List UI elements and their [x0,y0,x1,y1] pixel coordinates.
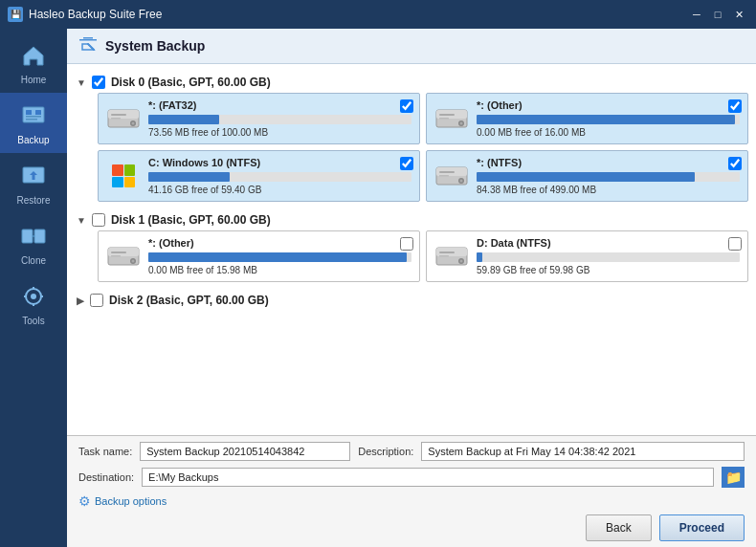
partition-card-d0p2: *: (Other)0.00 MB free of 16.00 MB [426,93,748,144]
destination-label: Destination: [78,471,134,483]
svg-rect-27 [439,118,449,120]
svg-rect-1 [26,110,32,115]
chevron-disk2[interactable]: ▶ [77,295,84,306]
back-button[interactable]: Back [586,514,652,541]
app-icon: 💾 [8,7,23,22]
proceed-button[interactable]: Proceed [659,514,745,541]
partition-name-d0p4: *: (NTFS) [477,157,740,168]
partition-grid-disk0: *: (FAT32)73.56 MB free of 100.00 MB *: … [98,93,748,202]
content-header: System Backup [67,29,756,64]
content-area: System Backup ▼Disk 0 (Basic, GPT, 60.00… [67,29,756,547]
partition-name-d0p1: *: (FAT32) [148,99,411,111]
sidebar: Home Backup Restore [0,29,67,547]
maximize-button[interactable]: □ [708,5,727,24]
disk-checkbox-disk0[interactable] [92,76,105,89]
sidebar-item-clone[interactable]: Clone [0,213,67,274]
disk-group-disk0: ▼Disk 0 (Basic, GPT, 60.00 GB) *: (FAT32… [75,72,748,202]
svg-rect-44 [439,252,455,253]
svg-point-43 [460,260,463,263]
home-icon [18,40,49,71]
svg-rect-45 [439,255,449,257]
partition-size-d0p4: 84.38 MB free of 499.00 MB [477,185,740,195]
partition-size-d1p2: 59.89 GB free of 59.98 GB [477,265,740,275]
partition-info-d0p4: *: (NTFS)84.38 MB free of 499.00 MB [477,157,740,195]
svg-rect-4 [35,110,41,115]
disk-header-disk2: ▶Disk 2 (Basic, GPT, 60.00 GB) [75,290,748,311]
svg-rect-33 [439,175,449,177]
svg-rect-21 [111,118,121,120]
svg-point-9 [31,294,36,299]
partition-checkbox-d1p1[interactable] [400,237,413,251]
svg-point-31 [460,180,463,183]
partition-card-d0p3: C: Windows 10 (NTFS)41.16 GB free of 59.… [98,150,420,202]
svg-rect-39 [111,255,121,257]
svg-rect-32 [439,171,455,173]
partition-checkbox-d0p3[interactable] [400,157,413,170]
minimize-button[interactable]: ─ [687,5,706,24]
tools-icon [18,281,49,312]
partition-checkbox-d0p2[interactable] [728,99,742,113]
svg-rect-15 [83,37,93,39]
partition-size-d0p2: 0.00 MB free of 16.00 MB [477,127,740,138]
disk-checkbox-disk1[interactable] [92,213,105,227]
partition-info-d0p3: C: Windows 10 (NTFS)41.16 GB free of 59.… [148,157,411,195]
disk-label-disk2: Disk 2 (Basic, GPT, 60.00 GB) [109,294,269,307]
sidebar-item-restore[interactable]: Restore [0,153,67,213]
title-bar: 💾 Hasleo Backup Suite Free ─ □ ✕ [0,0,756,29]
partition-info-d1p2: D: Data (NTFS)59.89 GB free of 59.98 GB [477,237,740,275]
sidebar-item-home[interactable]: Home [0,33,67,93]
svg-rect-26 [439,114,455,116]
destination-row: Destination: 📁 [78,467,745,488]
partition-info-d0p1: *: (FAT32)73.56 MB free of 100.00 MB [148,99,411,138]
disk-header-disk0: ▼Disk 0 (Basic, GPT, 60.00 GB) [75,72,748,93]
description-input[interactable] [421,442,745,461]
partition-size-d0p1: 73.56 MB free of 100.00 MB [148,127,411,138]
chevron-disk0[interactable]: ▼ [77,77,86,88]
svg-rect-2 [26,116,41,118]
destination-input[interactable] [142,468,714,487]
partition-name-d0p2: *: (Other) [477,99,740,111]
clone-icon [18,221,49,252]
bottom-bar: Task name: Description: Destination: 📁 ⚙… [67,435,756,547]
partition-checkbox-d0p1[interactable] [400,99,413,113]
partition-checkbox-d0p4[interactable] [728,157,742,170]
svg-rect-0 [23,107,44,122]
partition-grid-disk1: *: (Other)0.00 MB free of 15.98 MB D: Da… [98,230,748,282]
partition-icon-d0p3 [106,162,141,190]
backup-options-icon: ⚙ [78,493,91,509]
task-name-label: Task name: [78,446,132,457]
svg-point-19 [132,122,135,125]
page-title: System Backup [105,38,205,54]
sidebar-label-restore: Restore [16,195,50,206]
browse-destination-button[interactable]: 📁 [722,467,745,488]
description-label: Description: [358,446,413,457]
restore-icon [18,161,49,191]
sidebar-item-backup[interactable]: Backup [0,93,67,153]
close-button[interactable]: ✕ [729,5,748,24]
svg-rect-38 [111,252,126,253]
window-title: Hasleo Backup Suite Free [29,8,687,21]
partition-info-d0p2: *: (Other)0.00 MB free of 16.00 MB [477,99,740,138]
chevron-disk1[interactable]: ▼ [77,215,86,226]
svg-rect-3 [26,119,37,120]
sidebar-label-clone: Clone [21,255,46,266]
partition-checkbox-d1p2[interactable] [728,237,742,251]
backup-options-row: ⚙ Backup options [78,493,745,509]
disk-label-disk1: Disk 1 (Basic, GPT, 60.00 GB) [111,213,271,227]
task-name-input[interactable] [140,442,350,461]
disk-checkbox-disk2[interactable] [90,294,103,307]
window-controls: ─ □ ✕ [687,5,748,24]
svg-rect-20 [111,114,126,116]
partition-icon-d1p1 [106,242,141,271]
disk-list: ▼Disk 0 (Basic, GPT, 60.00 GB) *: (FAT32… [67,64,756,435]
svg-rect-7 [34,230,45,243]
partition-name-d1p1: *: (Other) [148,237,411,249]
backup-options-link[interactable]: Backup options [95,495,167,507]
partition-icon-d0p1 [106,104,141,133]
disk-group-disk2: ▶Disk 2 (Basic, GPT, 60.00 GB) [75,290,748,311]
svg-point-25 [460,122,463,125]
partition-size-d1p1: 0.00 MB free of 15.98 MB [148,265,411,275]
sidebar-item-tools[interactable]: Tools [0,274,67,334]
system-backup-icon [78,36,98,55]
partition-card-d1p2: D: Data (NTFS)59.89 GB free of 59.98 GB [426,230,748,282]
